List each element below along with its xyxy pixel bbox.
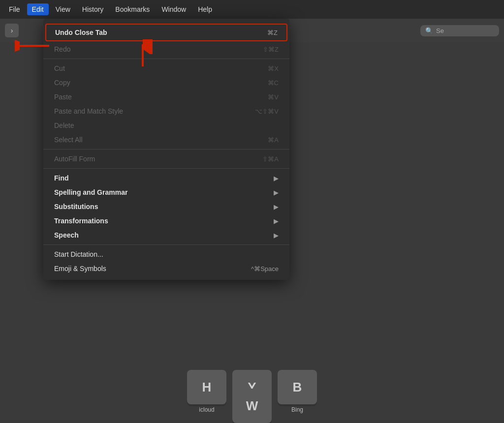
autofill-item[interactable]: AutoFill Form ⇧⌘A — [45, 152, 287, 166]
undo-label: Undo Close Tab — [55, 29, 107, 36]
redo-item[interactable]: Redo ⇧⌘Z — [45, 42, 287, 56]
undo-row: Undo Close Tab ⌘Z — [43, 24, 289, 41]
key-wrapper-icloud: H icloud — [187, 370, 226, 413]
paste-match-item[interactable]: Paste and Match Style ⌥⇧⌘V — [45, 104, 287, 118]
menu-section-autofill: AutoFill Form ⇧⌘A — [43, 150, 289, 169]
key-label-bing: Bing — [291, 406, 303, 413]
menubar: File Edit View History Bookmarks Window … — [0, 0, 504, 19]
speech-arrow: ▶ — [274, 232, 279, 239]
select-all-item[interactable]: Select All ⌘A — [45, 133, 287, 147]
menu-edit[interactable]: Edit — [27, 3, 49, 15]
menu-bookmarks[interactable]: Bookmarks — [110, 3, 155, 15]
key-b: B — [278, 370, 317, 404]
paste-match-label: Paste and Match Style — [54, 107, 123, 115]
arrow-up — [133, 39, 153, 71]
start-dictation-item[interactable]: Start Dictation... — [45, 247, 287, 261]
search-placeholder: Se — [436, 27, 444, 34]
substitutions-label: Substitutions — [54, 203, 98, 211]
emoji-shortcut: ^⌘Space — [251, 265, 279, 272]
menu-view[interactable]: View — [51, 3, 75, 15]
transformations-arrow: ▶ — [274, 217, 279, 225]
find-arrow: ▶ — [274, 175, 279, 182]
menu-section-submenus: Find ▶ Spelling and Grammar ▶ Substituti… — [43, 169, 289, 245]
substitutions-arrow: ▶ — [274, 203, 279, 211]
key-h: H — [187, 370, 226, 404]
cut-label: Cut — [54, 64, 65, 72]
key-wrapper-w: W — [232, 389, 272, 423]
search-icon: 🔍 — [425, 27, 433, 34]
speech-label: Speech — [54, 231, 79, 239]
edit-dropdown-menu: Undo Close Tab ⌘Z Redo ⇧⌘Z Cut ⌘X Copy ⌘… — [43, 19, 289, 280]
copy-shortcut: ⌘C — [268, 79, 279, 87]
key-wrapper-bing: B Bing — [278, 370, 317, 413]
delete-item[interactable]: Delete — [45, 119, 287, 132]
spelling-item[interactable]: Spelling and Grammar ▶ — [45, 185, 287, 199]
cut-shortcut: ⌘X — [268, 65, 279, 72]
spelling-label: Spelling and Grammar — [54, 188, 127, 196]
paste-label: Paste — [54, 93, 72, 101]
arrow-left — [15, 33, 54, 60]
spelling-arrow: ▶ — [274, 189, 279, 196]
emoji-label: Emoji & Symbols — [54, 265, 106, 272]
speech-item[interactable]: Speech ▶ — [45, 228, 287, 242]
menu-section-dictation: Start Dictation... Emoji & Symbols ^⌘Spa… — [43, 245, 289, 278]
delete-label: Delete — [54, 121, 74, 129]
menu-section-edit: Cut ⌘X Copy ⌘C Paste ⌘V Paste and Match … — [43, 59, 289, 150]
search-bar[interactable]: 🔍 Se — [420, 25, 499, 36]
select-all-label: Select All — [54, 136, 83, 144]
transformations-label: Transformations — [54, 217, 108, 225]
key-label-icloud: icloud — [199, 406, 214, 413]
paste-shortcut: ⌘V — [268, 93, 279, 101]
copy-label: Copy — [54, 79, 70, 87]
menu-help[interactable]: Help — [193, 3, 217, 15]
redo-shortcut: ⇧⌘Z — [263, 46, 279, 53]
undo-close-tab-item[interactable]: Undo Close Tab ⌘Z — [45, 24, 287, 41]
paste-item[interactable]: Paste ⌘V — [45, 90, 287, 104]
substitutions-item[interactable]: Substitutions ▶ — [45, 200, 287, 213]
key-w: W — [232, 389, 272, 423]
select-all-shortcut: ⌘A — [268, 136, 279, 144]
emoji-item[interactable]: Emoji & Symbols ^⌘Space — [45, 262, 287, 275]
autofill-label: AutoFill Form — [54, 155, 95, 163]
menu-history[interactable]: History — [77, 3, 109, 15]
menu-section-undo: Undo Close Tab ⌘Z Redo ⇧⌘Z — [43, 21, 289, 59]
menu-window[interactable]: Window — [157, 3, 191, 15]
copy-item[interactable]: Copy ⌘C — [45, 76, 287, 90]
undo-shortcut: ⌘Z — [267, 29, 278, 36]
find-item[interactable]: Find ▶ — [45, 171, 287, 185]
transformations-item[interactable]: Transformations ▶ — [45, 214, 287, 228]
find-label: Find — [54, 174, 69, 182]
menu-file[interactable]: File — [4, 3, 25, 15]
paste-match-shortcut: ⌥⇧⌘V — [255, 108, 279, 115]
redo-label: Redo — [54, 45, 70, 53]
autofill-shortcut: ⇧⌘A — [262, 155, 279, 163]
dictation-label: Start Dictation... — [54, 250, 103, 258]
cut-item[interactable]: Cut ⌘X — [45, 61, 287, 75]
